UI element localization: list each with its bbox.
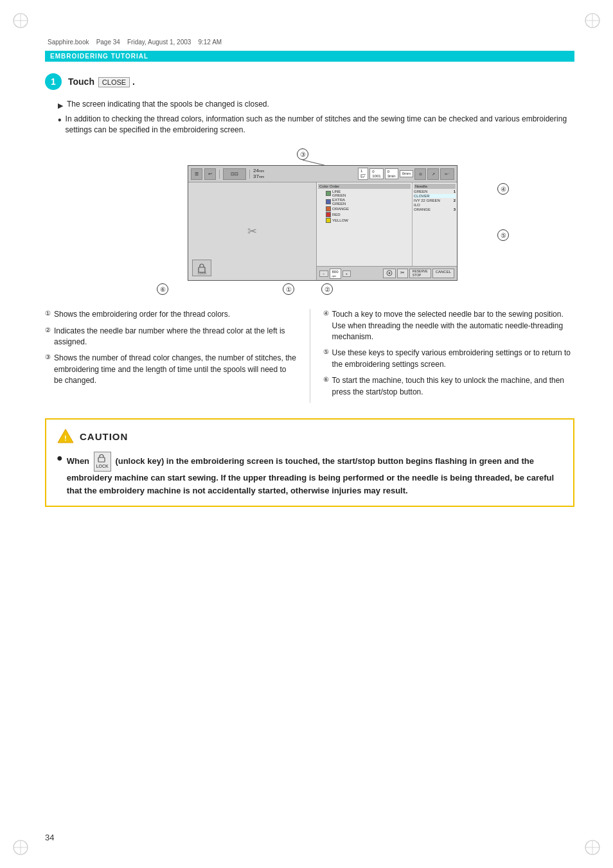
screen-action-btns: ✂ RESERVESTOP CANCEL — [383, 269, 454, 278]
toolbar-icon-bobbin: ⊙ — [414, 168, 426, 180]
toolbar-size: 24mm 37mm — [253, 168, 264, 180]
design-area: ✂ LOCK — [188, 182, 316, 280]
ann-item-4: ④ Touch a key to move the selected needl… — [323, 309, 575, 342]
needle-panel: Needle GREEN 1 CLOVER IV — [412, 182, 457, 266]
diagram-outer: ③ ④ ⑤ ☰ ↩ ⊡⊡ 24mm — [130, 146, 490, 299]
color-row-1: LINEGREEN — [318, 190, 411, 197]
ann-item-1: ① Shows the embroidering order for the t… — [45, 309, 297, 320]
annotation-divider — [310, 309, 310, 403]
toolbar-icon-2: ↩ — [204, 168, 216, 180]
page-ref: Page 34 — [96, 39, 120, 46]
lock-icon-area: LOCK — [192, 260, 211, 276]
caution-box: ! CAUTION ● When LOCK (unlock key) in th… — [45, 418, 574, 506]
bullet-item-2: • In addition to checking the thread col… — [58, 114, 574, 136]
bullet-list: ▶ The screen indicating that the spools … — [58, 99, 574, 136]
speed-control: − 800rpm + — [319, 269, 351, 279]
needle-row-5: ORANGE 3 — [414, 208, 456, 211]
swatch-4 — [326, 212, 331, 217]
svg-point-16 — [388, 272, 390, 274]
callout-4: ④ — [497, 183, 509, 195]
stat-fraction: 1 5✓ — [358, 168, 368, 180]
page-number: 34 — [45, 833, 54, 842]
svg-text:!: ! — [64, 434, 67, 442]
color-row-4: RED — [318, 212, 411, 217]
color-list-header: Color Order — [318, 184, 411, 189]
swatch-2 — [326, 199, 331, 204]
scissors-btn[interactable]: ✂ — [397, 269, 408, 278]
ann-item-3: ③ Shows the number of thread color chang… — [45, 353, 297, 386]
date: Friday, August 1, 2003 — [127, 39, 191, 46]
swatch-5 — [326, 218, 331, 223]
callout-3-area: ③ — [130, 146, 490, 165]
ann-item-5: ⑤ Use these keys to specify various embr… — [323, 348, 575, 370]
ann-text-5: Use these keys to specify various embroi… — [332, 348, 575, 370]
screen-right-panel: Color Order LINEGREEN — [317, 182, 457, 280]
step-instruction: Touch CLOSE . — [68, 76, 135, 87]
callout-6-area: ⑥ ① ② — [155, 281, 490, 299]
color-row-3: ORANGE — [318, 206, 411, 211]
caution-bullet-dot: ● — [57, 452, 63, 464]
ann-text-4: Touch a key to move the selected needle … — [332, 309, 575, 342]
toolbar-separator-1 — [219, 170, 220, 179]
bullet-item-1: ▶ The screen indicating that the spools … — [58, 99, 574, 111]
corner-mark-tl — [12, 12, 30, 30]
stat-stitches: 0 1001 — [369, 168, 383, 179]
screen-design-preview: ✂ LOCK — [188, 182, 317, 280]
stat-time: 0 3min — [385, 168, 398, 179]
needle-row-4: ILO — [414, 203, 456, 207]
color-row-5: YELLOW — [318, 218, 411, 223]
caution-triangle-icon: ! — [57, 427, 75, 445]
dot-icon: • — [58, 114, 62, 136]
ann-item-6: ⑥ To start the machine, touch this key t… — [323, 375, 575, 398]
arrow-icon: ▶ — [58, 100, 63, 111]
speed-value: 800rpm — [330, 269, 341, 279]
screen-wrapper: ④ ⑤ ☰ ↩ ⊡⊡ 24mm 37mm — [155, 165, 490, 299]
lock-icon: LOCK — [195, 261, 208, 274]
annotation-col-left: ① Shows the embroidering order for the t… — [45, 309, 297, 403]
needle-row-1: GREEN 1 — [414, 190, 456, 193]
time: 9:12 AM — [198, 39, 222, 46]
book-name: Sapphire.book — [48, 39, 89, 46]
swatch-1 — [326, 191, 331, 196]
svg-rect-19 — [98, 457, 105, 462]
callout-3-line — [130, 146, 490, 165]
ann-text-2: Indicates the needle bar number where th… — [54, 326, 297, 348]
toolbar-icon-scissors2: ✂⁻ — [440, 168, 454, 180]
needle-panel-header: Needle — [414, 184, 456, 189]
bobbin-btn[interactable] — [383, 269, 396, 278]
swatch-3 — [326, 206, 331, 211]
caution-when-bold: When — [67, 456, 89, 466]
annotation-col-right: ④ Touch a key to move the selected needl… — [323, 309, 575, 403]
speed-minus-btn[interactable]: − — [319, 270, 328, 277]
screen-body: ✂ LOCK — [188, 182, 457, 280]
ann-item-2: ② Indicates the needle bar number where … — [45, 326, 297, 348]
callout-5: ⑤ — [497, 229, 509, 241]
corner-mark-br — [583, 838, 601, 856]
corner-mark-bl — [12, 838, 30, 856]
callout-1: ① — [283, 283, 294, 295]
bullet-text-1: The screen indicating that the spools be… — [67, 99, 269, 111]
close-button[interactable]: CLOSE — [98, 77, 130, 87]
speed-plus-btn[interactable]: + — [342, 270, 351, 277]
toolbar-icon-1: ☰ — [191, 168, 202, 180]
stat-length: 0mm — [400, 170, 413, 177]
toolbar-icon-camera: ⊡⊡ — [223, 168, 246, 180]
caution-main-text: (unlock key) in the embroidering screen … — [67, 456, 555, 495]
toolbar-separator-2 — [249, 170, 250, 179]
cancel-btn[interactable]: CANCEL — [432, 269, 454, 278]
step-row: 1 Touch CLOSE . — [45, 73, 574, 90]
callout-6: ⑥ — [157, 283, 168, 295]
bullet-text-2: In addition to checking the thread color… — [66, 114, 574, 136]
caution-bullet-item: ● When LOCK (unlock key) in the embroide… — [57, 452, 563, 497]
step-number: 1 — [45, 73, 62, 90]
caution-header: ! CAUTION — [57, 427, 563, 445]
annotations: ① Shows the embroidering order for the t… — [45, 309, 574, 403]
screen-bottom-bar: − 800rpm + ✂ RESERVESTOP CANCEL — [317, 266, 457, 280]
reserve-stop-btn[interactable]: RESERVESTOP — [409, 269, 431, 278]
toolbar-icon-corner: ↗ — [427, 168, 439, 180]
screen-toolbar: ☰ ↩ ⊡⊡ 24mm 37mm 1 5✓ — [188, 166, 457, 182]
needle-row-3: IVY 22 GREEN 2 — [414, 199, 456, 202]
callout-2: ② — [321, 283, 333, 295]
page-container: Sapphire.book Page 34 Friday, August 1, … — [45, 39, 574, 507]
caution-label: CAUTION — [80, 431, 128, 442]
